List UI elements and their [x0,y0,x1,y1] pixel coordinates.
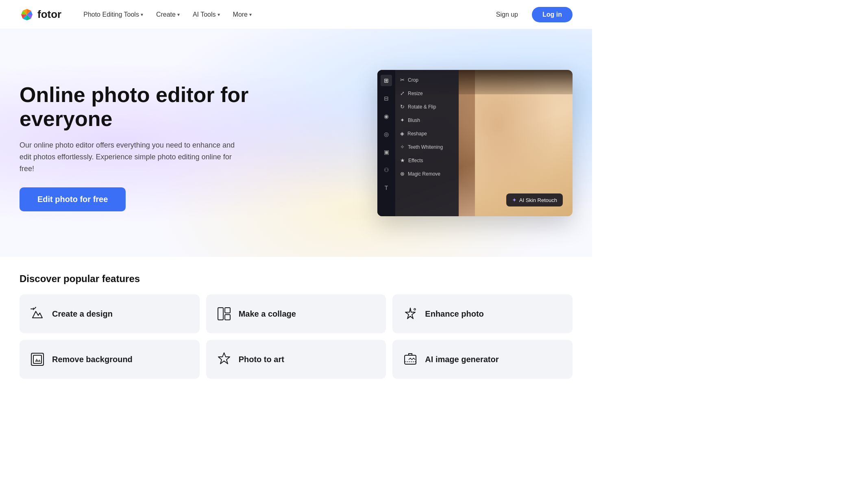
menu-crop[interactable]: ✂ Crop [395,73,459,87]
feature-card-enhance-photo[interactable]: Enhance photo [392,294,573,333]
svg-point-8 [414,308,416,310]
hero-image: ⊞ ⊟ ◉ ◎ ▣ ⚇ T ✂ Crop ⤢ Resize [377,70,573,216]
feature-label-enhance-photo: Enhance photo [425,309,483,319]
feature-card-make-collage[interactable]: Make a collage [206,294,386,333]
menu-resize[interactable]: ⤢ Resize [395,87,459,100]
nav-create[interactable]: Create ▾ [150,8,185,22]
login-button[interactable]: Log in [532,7,573,22]
feature-card-remove-background[interactable]: Remove background [20,340,200,379]
editor-mockup: ⊞ ⊟ ◉ ◎ ▣ ⚇ T ✂ Crop ⤢ Resize [377,70,573,216]
feature-label-create-design: Create a design [52,309,113,319]
enhance-photo-icon [402,306,418,322]
svg-rect-6 [225,315,230,320]
nav-photo-editing-tools[interactable]: Photo Editing Tools ▾ [78,8,149,22]
panel-frame-icon[interactable]: ▣ [381,146,392,158]
ai-skin-retouch-badge: ✦ AI Skin Retouch [506,193,563,206]
navbar: fotor Photo Editing Tools ▾ Create ▾ AI … [0,0,592,29]
feature-label-make-collage: Make a collage [239,309,296,319]
feature-card-photo-to-art[interactable]: Photo to art [206,340,386,379]
rotate-icon: ↻ [400,104,405,110]
menu-reshape[interactable]: ◈ Reshape [395,127,459,140]
resize-icon: ⤢ [400,90,405,96]
panel-icons: ⊞ ⊟ ◉ ◎ ▣ ⚇ T [377,70,395,216]
panel-eye-icon[interactable]: ◎ [381,128,392,140]
chevron-down-icon: ▾ [249,12,252,17]
svg-rect-10 [33,355,41,363]
nav-links: Photo Editing Tools ▾ Create ▾ AI Tools … [78,8,487,22]
hero-description: Our online photo editor offers everythin… [20,139,239,174]
panel-face-icon[interactable]: ◉ [381,111,392,122]
feature-card-ai-image-generator[interactable]: AI image generator [392,340,573,379]
magic-remove-icon: ⊗ [400,171,405,177]
remove-background-icon [29,351,46,367]
blush-icon: ✦ [400,117,405,123]
create-design-icon [29,306,46,322]
panel-text-icon[interactable]: T [381,182,392,193]
effects-icon: ★ [400,157,405,163]
panel-sliders-icon[interactable]: ⊟ [381,93,392,104]
svg-marker-7 [405,308,415,319]
feature-card-create-design[interactable]: Create a design [20,294,200,333]
svg-rect-5 [225,308,230,313]
ai-star-icon: ✦ [512,197,517,203]
svg-marker-11 [218,353,230,364]
photo-to-art-icon [216,351,232,367]
hero-section: Online photo editor for everyone Our onl… [0,29,592,257]
feature-label-ai-image-generator: AI image generator [425,355,499,364]
logo-text: fotor [37,8,61,21]
menu-blush[interactable]: ✦ Blush [395,113,459,127]
feature-label-remove-background: Remove background [52,355,133,364]
nav-ai-tools[interactable]: AI Tools ▾ [187,8,226,22]
ai-image-generator-icon [402,351,418,367]
chevron-down-icon: ▾ [141,12,143,17]
hero-title: Online photo editor for everyone [20,83,272,132]
reshape-icon: ◈ [400,130,404,137]
svg-rect-4 [218,308,223,320]
features-title: Discover popular features [20,273,573,285]
nav-actions: Sign up Log in [487,7,573,22]
panel-menu: ✂ Crop ⤢ Resize ↻ Rotate & Flip ✦ Blush [395,70,459,216]
nav-more[interactable]: More ▾ [227,8,257,22]
menu-rotate[interactable]: ↻ Rotate & Flip [395,100,459,113]
crop-icon: ✂ [400,77,405,83]
feature-label-photo-to-art: Photo to art [239,355,284,364]
svg-line-3 [34,307,36,309]
menu-teeth-whitening[interactable]: ✧ Teeth Whitening [395,140,459,154]
menu-magic-remove[interactable]: ⊗ Magic Remove [395,167,459,180]
features-section: Discover popular features Create a desig… [0,257,592,398]
logo[interactable]: fotor [20,7,61,22]
chevron-down-icon: ▾ [218,12,220,17]
edit-photo-button[interactable]: Edit photo for free [20,187,126,211]
make-collage-icon [216,306,232,322]
menu-effects[interactable]: ★ Effects [395,154,459,167]
editor-panel: ⊞ ⊟ ◉ ◎ ▣ ⚇ T ✂ Crop ⤢ Resize [377,70,459,216]
chevron-down-icon: ▾ [177,12,180,17]
signup-button[interactable]: Sign up [487,7,527,22]
features-grid: Create a design Make a collage Enhanc [20,294,573,379]
hero-content: Online photo editor for everyone Our onl… [20,83,272,212]
teeth-icon: ✧ [400,144,405,150]
panel-grid-icon[interactable]: ⊞ [381,75,392,86]
panel-people-icon[interactable]: ⚇ [381,164,392,176]
logo-icon [20,7,34,22]
svg-rect-12 [405,355,416,364]
